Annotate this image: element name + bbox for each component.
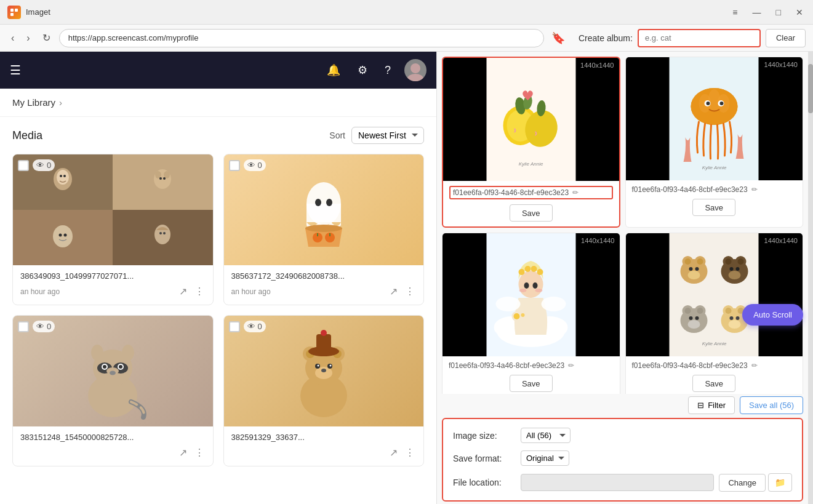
- save-button-2[interactable]: Save: [692, 199, 735, 216]
- right-panel: 1440x1440: [437, 52, 813, 504]
- share-button-1[interactable]: ↗: [178, 284, 188, 298]
- svg-point-116: [687, 320, 700, 329]
- sort-label: Sort: [329, 130, 345, 140]
- breadcrumb-arrow: ›: [59, 97, 62, 108]
- media-card-info-1: 386349093_10499977027071... an hour ago …: [13, 265, 213, 305]
- more-button-4[interactable]: ⋮: [404, 446, 416, 460]
- more-button-2[interactable]: ⋮: [404, 284, 416, 298]
- save-button-1[interactable]: Save: [510, 204, 553, 222]
- sort-select[interactable]: Newest First Oldest First Name A-Z Name …: [351, 127, 424, 144]
- hamburger-icon[interactable]: ☰: [10, 63, 21, 78]
- card-checkbox-3[interactable]: [18, 321, 29, 332]
- save-button-3[interactable]: Save: [510, 375, 553, 392]
- svg-point-13: [163, 177, 166, 180]
- window-close-icon[interactable]: ✕: [793, 6, 806, 18]
- scrollbar[interactable]: [808, 52, 813, 504]
- user-avatar[interactable]: [404, 59, 427, 81]
- media-card-actions-1: ↗ ⋮: [178, 284, 206, 298]
- media-grid: 👁 0 386349093_10499977027071... an hour …: [12, 154, 424, 466]
- settings-icon[interactable]: ⚙: [354, 61, 371, 79]
- save-button-4[interactable]: Save: [692, 375, 735, 392]
- image-dimensions-3: 1440x1440: [581, 237, 614, 244]
- filter-button[interactable]: ⊟ Filter: [688, 396, 735, 414]
- svg-point-89: [514, 313, 520, 319]
- svg-point-23: [326, 199, 332, 206]
- svg-point-108: [728, 271, 740, 279]
- address-bar[interactable]: [59, 29, 544, 47]
- media-card-meta-2: an hour ago ↗ ⋮: [231, 284, 417, 298]
- auto-scroll-button[interactable]: Auto Scroll: [742, 304, 803, 326]
- svg-point-18: [159, 232, 162, 234]
- media-card-info-3: 383151248_15450000825728... ↗ ⋮: [13, 426, 213, 466]
- media-card: 👁 0 386349093_10499977027071... an hour …: [12, 154, 214, 305]
- image-card-bottom-3: f01ee6fa-0f93-4a46-8cbf-e9ec3e23 ✏ Save: [443, 356, 620, 394]
- svg-point-85: [537, 269, 543, 275]
- svg-point-114: [684, 308, 691, 314]
- refresh-button[interactable]: ↻: [39, 30, 54, 46]
- media-card-name-1: 386349093_10499977027071...: [20, 271, 206, 281]
- image-artwork-4: Kylie Annie: [670, 233, 759, 356]
- image-dimensions-4: 1440x1440: [764, 237, 798, 244]
- svg-point-7: [60, 175, 62, 177]
- more-button-3[interactable]: ⋮: [193, 446, 206, 460]
- share-button-3[interactable]: ↗: [178, 446, 188, 460]
- album-create-area: Create album:: [579, 29, 761, 47]
- svg-point-92: [519, 289, 527, 292]
- bookmark-icon[interactable]: 🔖: [549, 29, 567, 47]
- image-card-1: 1440x1440: [442, 57, 620, 228]
- save-format-select[interactable]: Original JPG PNG WebP: [521, 450, 569, 466]
- save-all-button[interactable]: Save all (56): [740, 396, 803, 414]
- card-checkbox-4[interactable]: [229, 321, 240, 332]
- more-button-1[interactable]: ⋮: [193, 284, 206, 298]
- folder-button[interactable]: 📁: [768, 473, 792, 492]
- svg-point-19: [163, 232, 166, 234]
- svg-point-102: [695, 267, 699, 271]
- card-checkbox-2[interactable]: [229, 160, 240, 171]
- edit-icon-1[interactable]: ✏: [572, 188, 579, 197]
- change-button[interactable]: Change: [719, 474, 766, 492]
- image-card-top-4: 1440x1440: [626, 233, 803, 356]
- svg-point-73: [719, 102, 723, 105]
- media-title: Media: [12, 129, 42, 142]
- share-button-2[interactable]: ↗: [388, 284, 399, 298]
- image-size-label: Image size:: [453, 431, 521, 441]
- svg-rect-21: [306, 204, 341, 222]
- svg-rect-0: [10, 9, 14, 12]
- image-size-select[interactable]: All (56) Large Medium Small: [521, 428, 571, 443]
- share-button-4[interactable]: ↗: [388, 446, 399, 460]
- card-checkbox-1[interactable]: [18, 160, 29, 171]
- media-section: Media Sort Newest First Oldest First Nam…: [0, 117, 436, 504]
- image-dimensions-2: 1440x1440: [764, 61, 798, 68]
- card-views-1: 👁 0: [33, 159, 55, 171]
- media-card-overlay-3: 👁 0: [18, 321, 55, 332]
- back-button[interactable]: ‹: [7, 30, 18, 46]
- help-icon[interactable]: ?: [381, 62, 394, 79]
- notification-icon[interactable]: 🔔: [323, 61, 344, 79]
- window-minimize-icon[interactable]: —: [750, 6, 764, 18]
- file-location-input[interactable]: [521, 474, 714, 491]
- svg-text:Kylie Annie: Kylie Annie: [702, 341, 726, 346]
- window-maximize-icon[interactable]: □: [774, 6, 783, 18]
- image-card-top-3: 1440x1440: [443, 233, 620, 356]
- album-name-input[interactable]: [638, 29, 761, 47]
- svg-point-4: [407, 74, 423, 81]
- forward-button[interactable]: ›: [23, 30, 33, 46]
- breadcrumb-link[interactable]: My Library: [12, 97, 55, 108]
- edit-icon-3[interactable]: ✏: [568, 361, 574, 370]
- media-card-name-3: 383151248_15450000825728...: [20, 433, 206, 442]
- media-card-info-4: 382591329_33637... ↗ ⋮: [224, 426, 424, 466]
- media-card-image-3: 👁 0: [13, 316, 213, 426]
- scroll-thumb[interactable]: [808, 64, 813, 113]
- left-panel: ☰ 🔔 ⚙ ? My Library › Media Sort: [0, 52, 437, 504]
- window-menu-icon[interactable]: ≡: [730, 6, 740, 18]
- card-views-3: 👁 0: [33, 321, 55, 332]
- clear-button[interactable]: Clear: [766, 29, 806, 47]
- image-artwork-1: Kylie Annie: [486, 58, 575, 181]
- app-navbar: ☰ 🔔 ⚙ ?: [0, 52, 436, 89]
- filter-icon: ⊟: [697, 401, 704, 410]
- svg-rect-54: [316, 334, 331, 353]
- edit-icon-4[interactable]: ✏: [751, 361, 758, 370]
- edit-icon-2[interactable]: ✏: [751, 185, 758, 194]
- media-card-image-4: 👁 0: [224, 316, 424, 426]
- svg-point-8: [63, 175, 66, 177]
